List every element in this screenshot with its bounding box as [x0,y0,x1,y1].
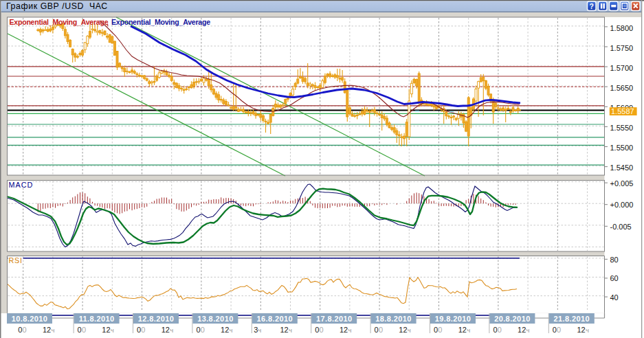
svg-text:ч: ч [348,326,351,334]
svg-text:0: 0 [379,326,383,334]
svg-text:40: 40 [610,293,619,302]
svg-text:1.5550: 1.5550 [610,124,634,132]
svg-text:0: 0 [557,326,561,334]
svg-text:-0.005: -0.005 [610,223,632,231]
svg-text:1.5700: 1.5700 [610,64,634,72]
svg-text:1.5650: 1.5650 [610,84,634,92]
svg-text:ч: ч [586,326,589,334]
svg-text:RSI: RSI [9,256,23,264]
svg-text:20.8.2010: 20.8.2010 [494,315,531,323]
svg-text:График GBP /USD ЧАС: График GBP /USD ЧАС [6,1,108,11]
svg-text:Exponential_Moving_Average: Exponential_Moving_Average [10,18,109,26]
svg-text:?: ? [589,2,593,10]
svg-text:0: 0 [434,326,438,334]
svg-text:1.5450: 1.5450 [610,164,634,172]
svg-text:18.8.2010: 18.8.2010 [375,315,412,323]
svg-text:12: 12 [577,326,586,334]
svg-text:+0.005: +0.005 [610,179,634,188]
svg-text:ч: ч [258,326,261,334]
svg-text:80: 80 [610,256,619,264]
svg-text:12: 12 [399,326,407,334]
svg-text:17.8.2010: 17.8.2010 [316,315,353,323]
svg-text:1.5750: 1.5750 [610,44,634,52]
svg-text:0: 0 [201,326,205,334]
svg-text:12: 12 [340,326,348,334]
svg-text:1.5587: 1.5587 [611,107,634,115]
svg-text:21.8.2010: 21.8.2010 [554,315,590,323]
svg-text:0: 0 [82,326,86,334]
svg-text:ч: ч [467,326,470,334]
svg-text:1.5500: 1.5500 [610,144,634,152]
svg-text:13.8.2010: 13.8.2010 [197,315,234,323]
svg-text:0: 0 [137,326,141,334]
svg-text:0: 0 [18,326,22,334]
svg-text:12.8.2010: 12.8.2010 [138,315,175,323]
svg-text:+0.000: +0.000 [610,201,634,209]
svg-text:0: 0 [141,326,145,334]
svg-text:16.8.2010: 16.8.2010 [257,315,293,323]
svg-text:ч: ч [51,326,54,334]
svg-text:19.8.2010: 19.8.2010 [435,315,471,323]
svg-text:0: 0 [78,326,82,334]
svg-text:0: 0 [438,326,442,334]
svg-text:12: 12 [162,326,170,334]
svg-text:ч: ч [289,326,292,334]
svg-text:11.8.2010: 11.8.2010 [79,315,115,323]
svg-text:12: 12 [221,326,229,334]
svg-text:,: , [107,19,109,27]
svg-text:0: 0 [320,326,324,334]
svg-text:0: 0 [196,326,200,334]
svg-text:Exponential_Moving_Average: Exponential_Moving_Average [111,18,210,26]
svg-text:0: 0 [493,326,497,334]
svg-text:0: 0 [498,326,502,334]
svg-text:1.5800: 1.5800 [610,24,634,32]
svg-text:12: 12 [458,326,467,334]
svg-text:ч: ч [170,326,173,334]
svg-text:ч: ч [408,326,411,334]
svg-text:0: 0 [553,326,557,334]
svg-text:12: 12 [280,326,289,334]
svg-text:0: 0 [375,326,379,334]
svg-text:12: 12 [102,326,110,334]
svg-text:0: 0 [23,326,27,334]
svg-text:10.8.2010: 10.8.2010 [12,315,48,323]
svg-text:ч: ч [526,326,530,334]
svg-text:MACD: MACD [9,181,34,189]
svg-text:ч: ч [230,326,233,334]
svg-text:ч: ч [111,326,114,334]
svg-text:60: 60 [610,274,619,282]
svg-text:12: 12 [518,326,526,334]
svg-text:0: 0 [315,326,319,334]
svg-text:12: 12 [43,326,51,334]
